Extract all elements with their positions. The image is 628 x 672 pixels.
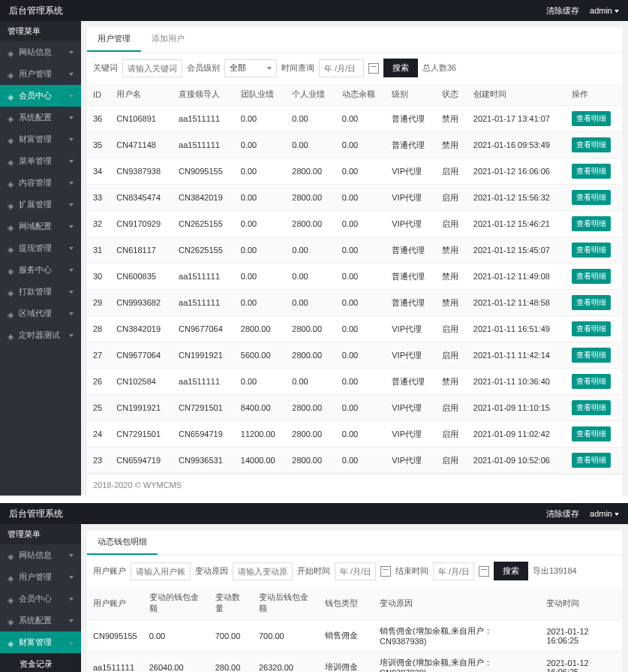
view-detail-button[interactable]: 查看明细 [572,321,611,336]
user-input[interactable] [131,562,191,580]
admin-menu[interactable]: admin [590,509,619,518]
cell: 启用 [436,447,467,474]
cell: 0.00 [336,421,386,447]
clear-cache-link[interactable]: 清除缓存 [546,508,579,520]
app-title: 后台管理系统 [9,508,63,520]
cell: 0.00 [336,316,386,342]
sidebar-item[interactable]: ◈会员中心 [0,85,81,107]
calendar-icon[interactable] [479,566,489,577]
tab[interactable]: 用户管理 [87,27,141,52]
cell: VIP代理 [386,185,435,211]
sidebar-item[interactable]: ◈菜单管理 [0,150,81,172]
sidebar-sub-item[interactable]: 资金记录 [0,653,81,672]
sidebar-item-label: 提现管理 [19,243,52,254]
sidebar-item[interactable]: ◈网站信息 [0,544,81,566]
level-select[interactable]: 全部 [224,59,277,77]
sidebar-item[interactable]: ◈服务中心 [0,259,81,281]
sidebar-item-label: 系统配置 [19,615,52,626]
sidebar-item[interactable]: ◈网站信息 [0,41,81,63]
sidebar-item[interactable]: ◈会员中心 [0,588,81,610]
cell: CN1991921 [173,342,235,369]
view-detail-button[interactable]: 查看明细 [572,243,611,258]
cell: CN618117 [110,237,173,264]
search-button[interactable]: 搜索 [383,59,418,77]
cell: 0.00 [336,185,386,211]
start-date-input[interactable] [335,562,376,580]
chevron-icon [69,73,74,76]
sidebar-item[interactable]: ◈系统配置 [0,107,81,128]
view-detail-button[interactable]: 查看明细 [572,164,611,179]
cell: 0.00 [235,237,287,264]
cell: CN2625155 [173,211,235,237]
header: 后台管理系统 清除缓存 admin [0,0,628,21]
sidebar-header: 管理菜单 [0,21,81,41]
view-detail-button[interactable]: 查看明细 [572,348,611,363]
end-label: 结束时间 [395,565,428,577]
date-input[interactable] [319,59,364,77]
export-link[interactable]: 导出139184 [533,565,577,577]
chevron-icon [69,116,74,119]
cell: CN3842019 [110,316,173,342]
cell: CN9936531 [173,447,235,474]
view-detail-button[interactable]: 查看明细 [572,426,611,441]
cell: CN9095155 [173,158,235,185]
chevron-icon [69,160,74,163]
tab[interactable]: 添加用户 [141,27,195,52]
view-detail-button[interactable]: 查看明细 [572,374,611,389]
cell: 0.00 [143,620,209,652]
cell: 禁用 [436,132,467,158]
view-detail-button[interactable]: 查看明细 [572,453,611,468]
cell: 0.00 [235,106,287,132]
cell: VIP代理 [386,447,435,474]
sidebar-item[interactable]: ◈网域配置 [0,215,81,237]
view-detail-button[interactable]: 查看明细 [572,190,611,205]
sidebar-item[interactable]: ◈区域代理 [0,303,81,324]
sidebar-item-label: 用户管理 [19,68,52,80]
calendar-icon[interactable] [380,566,391,577]
reason-input[interactable] [233,562,293,580]
sidebar-item[interactable]: ◈打款管理 [0,281,81,303]
admin-menu[interactable]: admin [590,6,619,15]
cell: 0.00 [286,237,335,264]
chevron-icon [69,576,74,579]
cell: 0.00 [336,290,386,316]
sidebar-item[interactable]: ◈用户管理 [0,566,81,588]
cell: 0.00 [235,369,287,395]
view-detail-button[interactable]: 查看明细 [572,216,611,231]
cell: 2021-01-12 16:06:25 [540,620,622,652]
sidebar-header: 管理菜单 [0,524,81,544]
cell: 2021-01-12 11:49:08 [467,264,566,290]
cell: 禁用 [436,264,467,290]
clear-cache-link[interactable]: 清除缓存 [546,5,579,17]
cell: 2021-01-11 10:36:40 [467,369,566,395]
cell: 8400.00 [235,395,287,421]
cell: 启用 [436,211,467,237]
cell: 启用 [436,185,467,211]
tab-wallet-detail[interactable]: 动态钱包明细 [87,530,158,555]
cell: 普通代理 [386,132,435,158]
end-date-input[interactable] [433,562,474,580]
view-detail-button[interactable]: 查看明细 [572,111,611,126]
sidebar-item-label: 财富管理 [19,637,52,648]
sidebar-item[interactable]: ◈内容管理 [0,172,81,194]
table-row: 27CN9677064CN19919215600.002800.000.00VI… [87,342,622,369]
view-detail-button[interactable]: 查看明细 [572,269,611,284]
sidebar-item[interactable]: ◈定时器测试 [0,324,81,346]
cell: 0.00 [336,106,386,132]
sidebar-item[interactable]: ◈财富管理 [0,128,81,150]
search-button[interactable]: 搜索 [494,562,528,580]
view-detail-button[interactable]: 查看明细 [572,137,611,152]
menu-icon: ◈ [8,267,15,274]
keyword-input[interactable] [122,59,182,77]
view-detail-button[interactable]: 查看明细 [572,400,611,415]
sidebar-item[interactable]: ◈系统配置 [0,610,81,631]
sidebar-item[interactable]: ◈扩展管理 [0,194,81,215]
calendar-icon[interactable] [368,63,379,74]
table-row: 32CN9170929CN26251550.002800.000.00VIP代理… [87,211,622,237]
sidebar-item[interactable]: ◈用户管理 [0,63,81,85]
sidebar-item[interactable]: ◈财富管理 [0,631,81,653]
sidebar-item-label: 菜单管理 [19,155,52,167]
view-detail-button[interactable]: 查看明细 [572,295,611,310]
cell: 禁用 [436,369,467,395]
sidebar-item[interactable]: ◈提现管理 [0,237,81,259]
